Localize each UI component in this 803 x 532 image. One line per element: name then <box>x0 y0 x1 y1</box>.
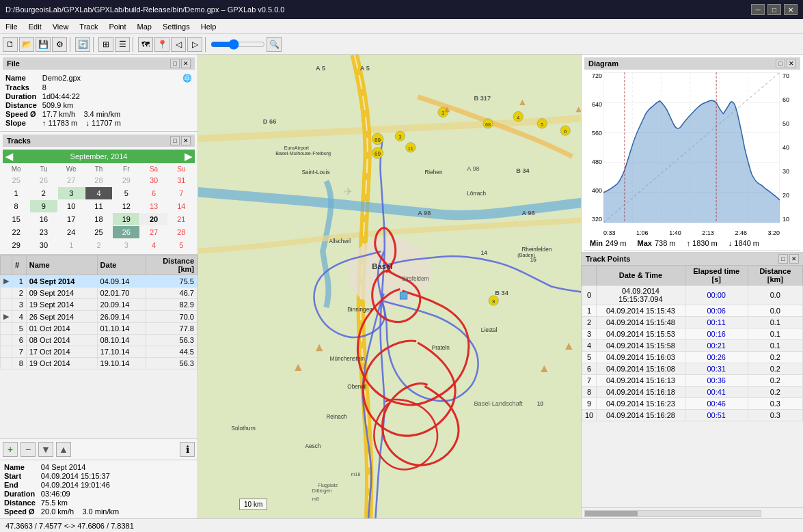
cal-day-8[interactable]: 8 <box>3 200 29 212</box>
cal-day-7[interactable]: 7 <box>168 187 195 199</box>
cal-day-14[interactable]: 14 <box>168 200 195 212</box>
cal-day-11[interactable]: 11 <box>85 200 112 212</box>
cal-day-12[interactable]: 12 <box>113 200 139 212</box>
cal-day-18[interactable]: 18 <box>85 213 112 225</box>
cal-day-6[interactable]: 6 <box>140 187 167 199</box>
track-info-btn[interactable]: ℹ <box>180 442 195 457</box>
cal-day-30-prev[interactable]: 30 <box>140 174 167 186</box>
cal-day-25[interactable]: 25 <box>85 226 112 238</box>
toolbar-grid[interactable]: ⊞ <box>98 37 113 52</box>
track-row[interactable]: ▶426 Sept 201426.09.1470.0 <box>1 311 198 323</box>
menu-help[interactable]: Help <box>195 21 222 32</box>
menu-map[interactable]: Map <box>132 21 157 32</box>
cal-day-5-next[interactable]: 5 <box>168 239 195 251</box>
minimize-button[interactable]: ─ <box>751 4 765 15</box>
tp-row[interactable]: 304.09.2014 15:15:5300:160.1 <box>582 328 803 340</box>
cal-day-16[interactable]: 16 <box>30 213 57 225</box>
tracks-expand-btn[interactable]: □ <box>170 136 180 145</box>
cal-day-27-prev[interactable]: 27 <box>58 174 85 186</box>
track-row[interactable]: 819 Oct 201419.10.1456.3 <box>1 358 198 369</box>
track-row[interactable]: 501 Oct 201401.10.1477.8 <box>1 323 198 335</box>
cal-day-2-next[interactable]: 2 <box>85 239 112 251</box>
menu-track[interactable]: Track <box>74 21 103 32</box>
cal-day-28-prev[interactable]: 28 <box>85 174 112 186</box>
tracks-close-btn[interactable]: ✕ <box>181 136 191 145</box>
cal-day-31-prev[interactable]: 31 <box>168 174 195 186</box>
toolbar-list[interactable]: ☰ <box>115 37 130 52</box>
toolbar-map2[interactable]: 📍 <box>154 37 169 52</box>
cal-day-3[interactable]: 3 <box>58 187 85 199</box>
tp-scroll-thumb[interactable] <box>585 511 638 516</box>
file-expand-btn[interactable]: □ <box>170 59 180 68</box>
tp-row[interactable]: 504.09.2014 15:16:0300:260.2 <box>582 352 803 363</box>
track-row[interactable]: 608 Oct 201408.10.1456.3 <box>1 335 198 346</box>
cal-day-9[interactable]: 9 <box>30 200 57 212</box>
toolbar-map4[interactable]: ▷ <box>187 37 202 52</box>
tp-expand-btn[interactable]: □ <box>778 254 788 264</box>
menu-view[interactable]: View <box>47 21 74 32</box>
cal-day-24[interactable]: 24 <box>58 226 85 238</box>
toolbar-save[interactable]: 💾 <box>36 37 51 52</box>
tp-row[interactable]: 604.09.2014 15:16:0800:310.2 <box>582 363 803 375</box>
tp-row[interactable]: 104.09.2014 15:15:4300:060.0 <box>582 305 803 317</box>
cal-day-15[interactable]: 15 <box>3 213 29 225</box>
toolbar-settings[interactable]: ⚙ <box>52 37 67 52</box>
cal-day-17[interactable]: 17 <box>58 213 85 225</box>
track-row[interactable]: 209 Sept 201402.01.7046.7 <box>1 288 198 299</box>
track-row[interactable]: ▶104 Sept 201404.09.1475.5 <box>1 275 198 288</box>
tp-close-btn[interactable]: ✕ <box>789 254 799 264</box>
toolbar-open[interactable]: 📂 <box>19 37 34 52</box>
cal-day-26-prev[interactable]: 26 <box>30 174 57 186</box>
cal-day-20[interactable]: 20 <box>140 213 167 225</box>
cal-day-2[interactable]: 2 <box>30 187 57 199</box>
tp-row[interactable]: 1004.09.2014 15:16:2800:510.3 <box>582 410 803 421</box>
cal-day-1-next[interactable]: 1 <box>58 239 85 251</box>
cal-day-5[interactable]: 5 <box>113 187 139 199</box>
cal-day-25-prev[interactable]: 25 <box>3 174 29 186</box>
tp-row[interactable]: 404.09.2014 15:15:5800:210.1 <box>582 340 803 352</box>
cal-day-28[interactable]: 28 <box>168 226 195 238</box>
cal-day-22[interactable]: 22 <box>3 226 29 238</box>
toolbar-map1[interactable]: 🗺 <box>138 37 153 52</box>
cal-day-27[interactable]: 27 <box>140 226 167 238</box>
move-up-btn[interactable]: ▲ <box>56 442 71 457</box>
cal-day-19[interactable]: 19 <box>113 213 139 225</box>
cal-day-10[interactable]: 10 <box>58 200 85 212</box>
globe-icon[interactable]: 🌐 <box>182 74 192 83</box>
maximize-button[interactable]: □ <box>767 4 781 15</box>
menu-point[interactable]: Point <box>103 21 131 32</box>
tp-scroll-track[interactable] <box>584 510 761 517</box>
diagram-close-btn[interactable]: ✕ <box>787 59 796 68</box>
toolbar-new[interactable]: 🗋 <box>3 37 18 52</box>
add-track-btn[interactable]: + <box>3 442 18 457</box>
close-button[interactable]: ✕ <box>784 4 798 15</box>
cal-day-29-prev[interactable]: 29 <box>113 174 139 186</box>
cal-day-26[interactable]: 26 <box>113 226 139 238</box>
tp-row[interactable]: 204.09.2014 15:15:4800:110.1 <box>582 317 803 328</box>
cal-day-1[interactable]: 1 <box>3 187 29 199</box>
cal-day-21[interactable]: 21 <box>168 213 195 225</box>
cal-next-btn[interactable]: ▶ <box>185 151 192 162</box>
menu-file[interactable]: File <box>0 21 23 32</box>
zoom-slider[interactable] <box>210 39 265 50</box>
cal-day-29[interactable]: 29 <box>3 239 29 251</box>
cal-prev-btn[interactable]: ◀ <box>5 151 13 162</box>
remove-track-btn[interactable]: − <box>21 442 36 457</box>
map-area[interactable]: A 5 A 5 B 317 A 98 A 98 D 66 A 98 Basel … <box>198 55 581 518</box>
move-down-btn[interactable]: ▼ <box>38 442 53 457</box>
cal-day-4[interactable]: 4 <box>85 187 112 199</box>
track-row[interactable]: 319 Sept 201420.09.1482.9 <box>1 299 198 311</box>
cal-day-30[interactable]: 30 <box>30 239 57 251</box>
diagram-expand-btn[interactable]: □ <box>776 59 785 68</box>
file-close-btn[interactable]: ✕ <box>181 59 191 68</box>
toolbar-map3[interactable]: ◁ <box>171 37 186 52</box>
cal-day-4-next[interactable]: 4 <box>140 239 167 251</box>
tp-scrollbar[interactable] <box>582 507 803 518</box>
toolbar-refresh[interactable]: 🔄 <box>75 37 90 52</box>
toolbar-zoom[interactable]: 🔍 <box>267 37 282 52</box>
tp-row[interactable]: 904.09.2014 15:16:2300:460.3 <box>582 398 803 410</box>
menu-settings[interactable]: Settings <box>157 21 195 32</box>
menu-edit[interactable]: Edit <box>23 21 47 32</box>
tp-row[interactable]: 804.09.2014 15:16:1800:410.2 <box>582 387 803 398</box>
track-row[interactable]: 717 Oct 201417.10.1444.5 <box>1 346 198 358</box>
